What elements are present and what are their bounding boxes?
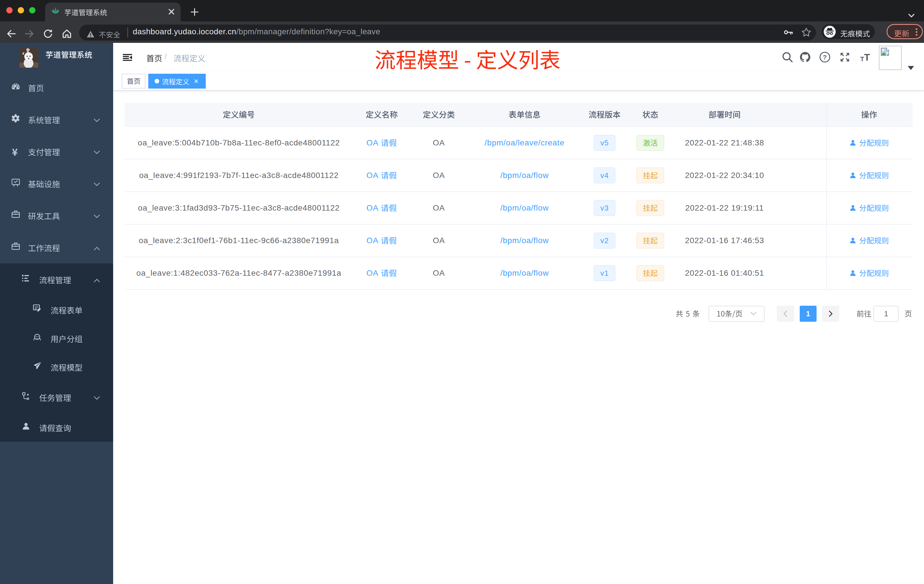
svg-text:?: ? <box>823 54 827 61</box>
